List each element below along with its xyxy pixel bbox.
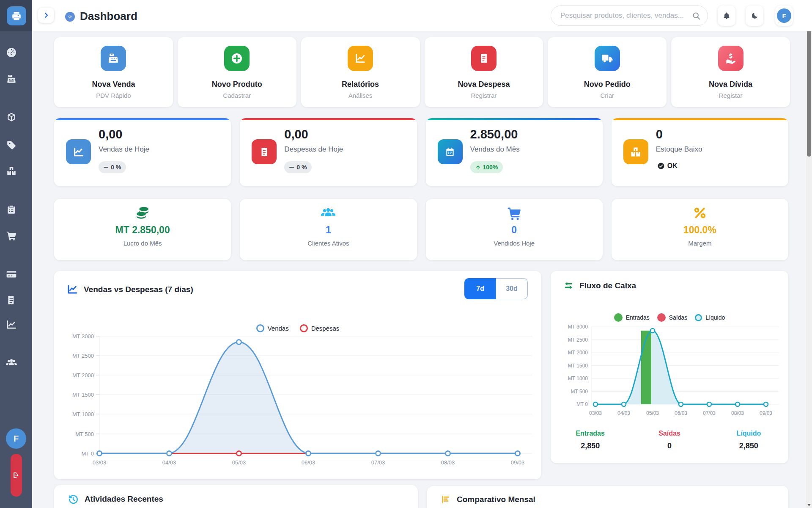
stat-value: 100.0%: [683, 224, 716, 236]
stat-trend-badge: 0 %: [284, 161, 312, 173]
profile-button[interactable]: F: [775, 6, 793, 26]
receipt-icon: [252, 139, 277, 164]
svg-text:08/03: 08/03: [731, 410, 744, 416]
stat-card-margem[interactable]: 100.0% Margem: [612, 199, 788, 260]
sidebar-item-expenses[interactable]: [5, 293, 18, 307]
stat-card-vendidos-hoje[interactable]: 0 Vendidos Hoje: [426, 199, 603, 260]
logout-button[interactable]: [11, 454, 22, 497]
minus-icon: [104, 167, 108, 168]
scrollbar[interactable]: [806, 0, 812, 508]
page-title: Dashboard: [80, 10, 137, 23]
quick-action-relatorios[interactable]: Relatórios Análises: [301, 37, 420, 107]
summary-liquido: Líquido 2,850: [709, 430, 788, 450]
search-icon[interactable]: [692, 11, 701, 20]
sidebar-toggle-button[interactable]: [38, 8, 54, 23]
truck-icon: [595, 46, 620, 71]
tachometer-icon: [6, 47, 17, 58]
sidebar-item-reports[interactable]: [5, 318, 18, 331]
recent-activities-card: Atividades Recentes: [54, 485, 418, 508]
stat-trend-badge: 0 %: [99, 161, 126, 173]
sidebar-item-sales[interactable]: [5, 229, 18, 243]
svg-text:MT 500: MT 500: [571, 389, 588, 395]
tag-icon: [6, 140, 17, 151]
quick-action-subtitle: Criar: [600, 92, 614, 99]
card-title: Atividades Recentes: [85, 494, 163, 504]
quick-action-title: Nova Dívida: [709, 80, 752, 89]
stat-card-clientes-ativos[interactable]: 1 Clientes Ativos: [240, 199, 417, 260]
quick-action-title: Novo Produto: [212, 80, 262, 89]
stat-label: Clientes Ativos: [307, 240, 349, 247]
svg-text:MT 2000: MT 2000: [568, 350, 588, 356]
sidebar-item-pos[interactable]: [5, 72, 18, 86]
cash-register-icon: [101, 46, 126, 71]
scrollbar-thumb[interactable]: [807, 24, 811, 157]
cashflow-summary: Entradas 2,850 Saídas 0 Líquido 2,850: [551, 430, 788, 450]
quick-action-title: Nova Despesa: [458, 80, 510, 89]
svg-text:09/03: 09/03: [511, 459, 525, 466]
svg-text:06/03: 06/03: [302, 459, 315, 466]
clock-history-icon: [68, 494, 79, 505]
circle-plus-icon: [224, 46, 250, 71]
sidebar-item-inventory[interactable]: [5, 203, 18, 216]
sidebar-item-products[interactable]: [5, 110, 18, 124]
notifications-button[interactable]: [718, 6, 735, 26]
percent-icon: [692, 206, 708, 220]
cart-icon: [507, 206, 522, 220]
sidebar-item-payments[interactable]: [5, 268, 18, 281]
quick-action-subtitle: Registrar: [471, 92, 497, 99]
search-input[interactable]: [560, 11, 692, 20]
sidebar-item-categories[interactable]: [5, 138, 18, 152]
sales-chart-plot: MT 3000 MT 2500 MT 2000 MT 1500 MT 1000 …: [54, 271, 541, 479]
app-logo[interactable]: [7, 6, 26, 25]
svg-text:MT 3000: MT 3000: [568, 324, 588, 330]
stat-label: Vendas de Hoje: [99, 145, 149, 154]
sidebar-item-stock[interactable]: [5, 164, 18, 178]
stat-card-despesas-hoje[interactable]: 0,00 Despesas de Hoje 0 %: [240, 118, 417, 186]
sidebar-item-customers[interactable]: [5, 356, 18, 370]
svg-text:05/03: 05/03: [646, 410, 659, 416]
stat-label: Vendidos Hoje: [494, 240, 535, 247]
stat-label: Despesas de Hoje: [284, 145, 343, 154]
quick-action-nova-despesa[interactable]: Nova Despesa Registrar: [425, 37, 543, 107]
svg-text:03/03: 03/03: [93, 459, 107, 466]
sidebar: F: [0, 0, 32, 508]
quick-action-nova-divida[interactable]: Nova Dívida Registar: [671, 37, 790, 107]
sidebar-item-dashboard[interactable]: [5, 45, 18, 59]
svg-text:MT 2500: MT 2500: [568, 337, 588, 343]
scroll-down-icon[interactable]: [807, 504, 811, 506]
stat-label: Estoque Baixo: [656, 145, 702, 154]
quick-action-novo-produto[interactable]: Novo Produto Cadastrar: [178, 37, 296, 107]
quick-action-novo-pedido[interactable]: Novo Pedido Criar: [548, 37, 667, 107]
dark-mode-button[interactable]: [746, 6, 763, 26]
quick-action-nova-venda[interactable]: Nova Venda PDV Rápido: [54, 37, 173, 107]
quick-actions-row: Nova Venda PDV Rápido Novo Produto Cadas…: [54, 37, 790, 107]
cash-register-icon: [6, 74, 17, 85]
stats-row-1: 0,00 Vendas de Hoje 0 % 0,00 Despesas de…: [54, 118, 788, 186]
receipt-icon: [6, 295, 17, 306]
clipboard-list-icon: [6, 204, 17, 215]
bell-icon: [722, 11, 731, 20]
quick-action-subtitle: PDV Rápido: [96, 92, 131, 99]
users-icon: [320, 206, 336, 220]
svg-text:MT 1000: MT 1000: [72, 411, 94, 417]
summary-entradas: Entradas 2,850: [551, 430, 630, 450]
svg-text:07/03: 07/03: [371, 459, 385, 466]
stat-card-vendas-hoje[interactable]: 0,00 Vendas de Hoje 0 %: [54, 118, 231, 186]
avatar: F: [777, 8, 791, 23]
stat-label: Lucro do Mês: [123, 240, 162, 247]
sidebar-avatar[interactable]: F: [6, 428, 26, 449]
receipt-icon: [471, 46, 497, 71]
sales-vs-expenses-card: Vendas vs Despesas (7 dias) 7d 30d Venda…: [54, 271, 541, 479]
stat-value: 2.850,00: [470, 127, 518, 141]
card-title: Comparativo Mensal: [457, 495, 535, 504]
svg-text:08/03: 08/03: [441, 459, 455, 466]
stat-card-vendas-mes[interactable]: 2.850,00 Vendas do Mês 100%: [426, 118, 603, 186]
svg-text:MT 2500: MT 2500: [72, 353, 94, 359]
stat-trend-badge: 100%: [470, 161, 503, 173]
boxes-stacked-icon: [6, 166, 17, 177]
stat-label: Vendas do Mês: [470, 145, 520, 154]
stat-value: MT 2.850,00: [115, 224, 170, 236]
stat-card-estoque-baixo[interactable]: 0 Estoque Baixo OK: [612, 118, 788, 186]
stat-card-lucro-mes[interactable]: MT 2.850,00 Lucro do Mês: [54, 199, 231, 260]
stat-value: 0,00: [99, 127, 122, 141]
